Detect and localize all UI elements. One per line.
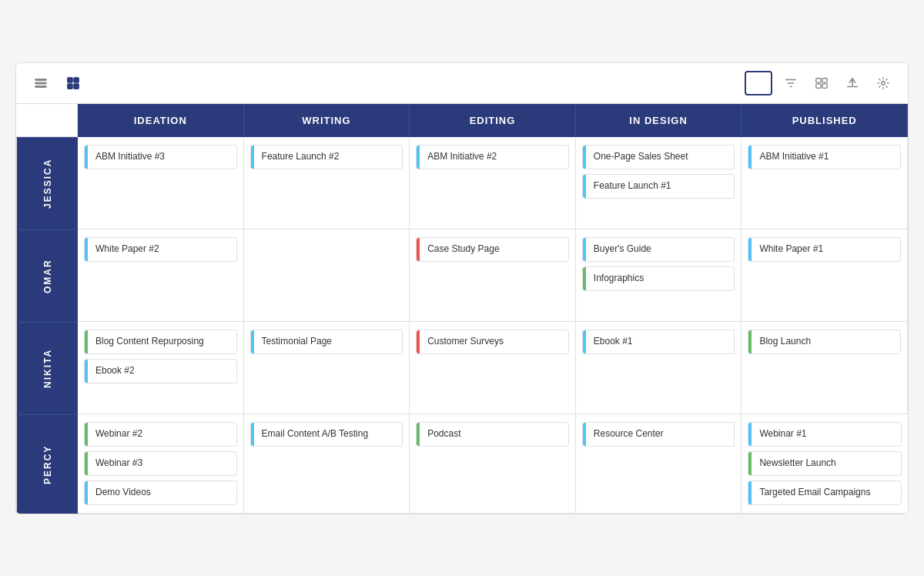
svg-rect-2 — [35, 85, 46, 87]
svg-rect-0 — [35, 79, 46, 80]
card[interactable]: Podcast — [416, 422, 569, 447]
card[interactable]: Webinar #1 — [748, 422, 902, 447]
col-header-writing: WRITING — [244, 104, 410, 137]
card[interactable]: Blog Content Repurposing — [84, 330, 237, 354]
card-text: Webinar #3 — [95, 457, 142, 470]
export-icon — [845, 76, 859, 90]
card-bar — [748, 452, 752, 475]
svg-rect-10 — [822, 83, 827, 87]
list-view-button[interactable] — [28, 71, 53, 95]
card[interactable]: Buyer's Guide — [582, 237, 735, 262]
card-bar — [85, 238, 88, 261]
cell-percy-published: Webinar #1Newsletter LaunchTargeted Emai… — [742, 414, 908, 514]
card[interactable]: One-Page Sales Sheet — [582, 145, 735, 169]
card[interactable]: Ebook #2 — [84, 359, 237, 383]
export-button[interactable] — [840, 71, 865, 95]
card-bar — [748, 146, 752, 169]
filter-button[interactable] — [778, 71, 803, 95]
card-text: White Paper #1 — [759, 243, 823, 256]
card-bar — [748, 330, 752, 353]
svg-rect-4 — [74, 77, 79, 82]
card[interactable]: Customer Surveys — [416, 330, 569, 354]
card[interactable]: Targeted Email Campaigns — [748, 481, 902, 505]
card[interactable]: Webinar #3 — [84, 451, 237, 476]
card-text: Targeted Email Campaigns — [759, 487, 870, 499]
card-bar — [85, 452, 88, 475]
card-text: Ebook #2 — [95, 365, 135, 377]
card[interactable]: Demo Videos — [84, 481, 237, 505]
card[interactable]: Infographics — [582, 266, 735, 291]
group-icon — [815, 76, 829, 90]
card-text: Email Content A/B Testing — [262, 428, 369, 440]
cell-nikita-editing: Customer Surveys — [410, 322, 576, 414]
col-header-ideation: IDEATION — [78, 104, 244, 137]
col-header-in_design: IN DESIGN — [576, 104, 742, 137]
card-bar — [583, 175, 586, 198]
settings-button[interactable] — [871, 71, 896, 95]
card-text: Feature Launch #2 — [262, 151, 340, 163]
card[interactable]: White Paper #2 — [84, 237, 237, 262]
card-text: ABM Initiative #1 — [759, 151, 829, 163]
card[interactable]: ABM Initiative #2 — [416, 145, 569, 169]
card[interactable]: Newsletter Launch — [748, 451, 902, 476]
card-bar — [748, 423, 752, 446]
card[interactable]: Testimonial Page — [250, 330, 403, 354]
col-header-editing: EDITING — [410, 104, 576, 137]
col-header-published: PUBLISHED — [742, 104, 908, 137]
card-text: Infographics — [594, 273, 644, 285]
card[interactable]: Ebook #1 — [582, 330, 735, 354]
toolbar-left — [28, 71, 85, 95]
card-text: Blog Content Repurposing — [95, 336, 204, 348]
card[interactable]: Webinar #2 — [84, 422, 237, 447]
card-bar — [85, 423, 88, 446]
card-bar — [85, 330, 88, 353]
card-text: Podcast — [427, 428, 460, 440]
header-spacer — [16, 104, 78, 137]
card[interactable]: Feature Launch #1 — [582, 174, 735, 199]
card[interactable]: Feature Launch #2 — [250, 145, 403, 169]
card[interactable]: ABM Initiative #1 — [748, 145, 901, 169]
card[interactable]: ABM Initiative #3 — [84, 145, 237, 169]
card-bar — [417, 330, 420, 353]
cell-jessica-in_design: One-Page Sales SheetFeature Launch #1 — [576, 137, 742, 229]
grid-view-button[interactable] — [61, 71, 85, 95]
card-text: Webinar #2 — [95, 428, 142, 440]
svg-rect-5 — [68, 83, 72, 88]
card-bar — [417, 146, 420, 169]
card-text: ABM Initiative #3 — [95, 151, 165, 163]
cell-jessica-ideation: ABM Initiative #3 — [78, 137, 244, 229]
card-text: Buyer's Guide — [594, 243, 651, 256]
cell-jessica-writing: Feature Launch #2 — [244, 137, 410, 229]
cell-omar-editing: Case Study Page — [410, 229, 576, 322]
svg-rect-3 — [68, 77, 72, 82]
card[interactable]: Resource Center — [582, 422, 735, 447]
svg-rect-6 — [74, 83, 79, 88]
toolbar — [16, 63, 908, 104]
settings-icon — [876, 76, 890, 90]
card-text: Webinar #1 — [759, 428, 806, 440]
cell-percy-ideation: Webinar #2Webinar #3Demo Videos — [78, 414, 244, 514]
add-button[interactable] — [745, 71, 772, 95]
cell-nikita-writing: Testimonial Page — [244, 322, 410, 414]
svg-rect-8 — [822, 78, 827, 82]
card-bar — [583, 267, 586, 290]
row-label-nikita: NIKITA — [16, 322, 78, 414]
card[interactable]: Blog Launch — [748, 330, 901, 354]
cell-nikita-in_design: Ebook #1 — [576, 322, 742, 414]
card-bar — [583, 146, 586, 169]
board-container: IDEATIONWRITINGEDITINGIN DESIGNPUBLISHED… — [15, 62, 909, 514]
cell-omar-published: White Paper #1 — [742, 229, 908, 322]
card-bar — [85, 146, 88, 169]
row-label-omar: OMAR — [16, 229, 78, 322]
card[interactable]: Email Content A/B Testing — [250, 422, 403, 447]
card-bar — [85, 481, 88, 504]
filter-icon — [784, 76, 798, 90]
card-bar — [583, 423, 586, 446]
card[interactable]: Case Study Page — [416, 237, 569, 262]
card-text: Testimonial Page — [262, 336, 332, 348]
cell-omar-ideation: White Paper #2 — [78, 229, 244, 322]
card[interactable]: White Paper #1 — [748, 237, 901, 262]
card-bar — [251, 146, 254, 169]
cell-percy-editing: Podcast — [410, 414, 576, 514]
group-button[interactable] — [809, 71, 834, 95]
